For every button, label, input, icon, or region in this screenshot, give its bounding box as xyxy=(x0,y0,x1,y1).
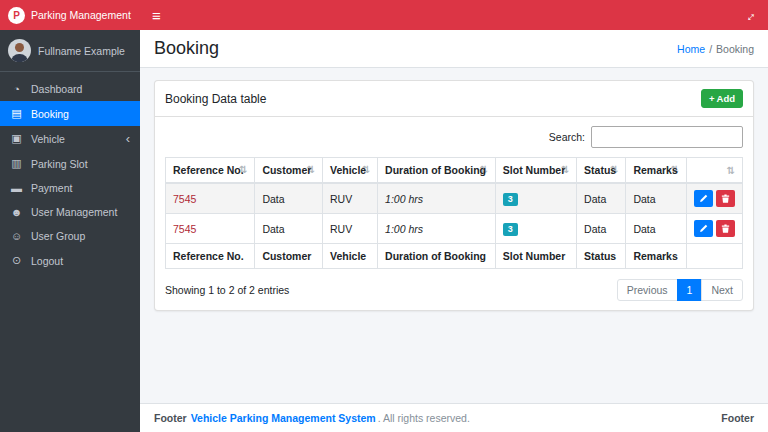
sidebar-nav: ◔ Dashboard ▤ Booking ▣ Vehicle ‹ ▥ Park… xyxy=(0,72,140,278)
parking-slot-icon: ▥ xyxy=(10,157,23,170)
cell-status: Data xyxy=(577,183,626,214)
sidebar-item-label: Booking xyxy=(31,108,69,120)
avatar xyxy=(8,39,31,62)
edit-button[interactable] xyxy=(694,190,713,207)
sidebar-item-dashboard[interactable]: ◔ Dashboard xyxy=(0,77,140,101)
delete-button[interactable] xyxy=(716,220,735,237)
footer-brand-link[interactable]: Vehicle Parking Management System xyxy=(191,412,376,424)
pencil-icon xyxy=(699,224,708,233)
user-management-icon: ☻ xyxy=(10,206,23,218)
sidebar-item-label: Vehicle xyxy=(31,133,65,145)
cell-slot: 3 xyxy=(495,183,576,214)
sidebar-item-user-group[interactable]: ☺ User Group xyxy=(0,224,140,248)
cell-actions xyxy=(686,183,742,214)
cell-slot: 3 xyxy=(495,214,576,244)
content-header: Booking Home/Booking xyxy=(140,30,768,68)
cell-vehicle: RUV xyxy=(322,214,377,244)
page-title: Booking xyxy=(154,38,219,59)
brand-link[interactable]: P Parking Management xyxy=(0,0,140,30)
sidebar-item-vehicle[interactable]: ▣ Vehicle ‹ xyxy=(0,126,140,151)
user-name: Fullname Example xyxy=(38,45,125,57)
sidebar-item-label: User Group xyxy=(31,230,85,242)
table-footer-row: Reference No. Customer Vehicle Duration … xyxy=(166,244,743,269)
table-header-row: ⇅Reference No. ⇅Customer ⇅Vehicle ⇅Durat… xyxy=(166,158,743,184)
footer-duration: Duration of Booking xyxy=(378,244,496,269)
sidebar-item-payment[interactable]: ▬ Payment xyxy=(0,176,140,200)
pagination: Previous 1 Next xyxy=(617,279,743,301)
topbar: ≡ ↔ xyxy=(140,0,768,30)
footer-remarks: Remarks xyxy=(626,244,687,269)
main-area: ≡ ↔ Booking Home/Booking Booking Data ta… xyxy=(140,0,768,432)
search-input[interactable] xyxy=(591,126,743,148)
edit-button[interactable] xyxy=(694,220,713,237)
cell-customer: Data xyxy=(255,183,323,214)
delete-button[interactable] xyxy=(716,190,735,207)
page-footer: Footer Vehicle Parking Management System… xyxy=(140,403,768,432)
footer-rights: . All rights reserved. xyxy=(378,412,470,424)
header-actions[interactable]: ⇅ xyxy=(686,158,742,184)
brand-title: Parking Management xyxy=(31,9,131,21)
cell-status: Data xyxy=(577,214,626,244)
header-customer[interactable]: ⇅Customer xyxy=(255,158,323,184)
header-remarks[interactable]: ⇅Remarks xyxy=(626,158,687,184)
logout-icon: ⊙ xyxy=(10,254,23,267)
cell-reference: 7545 xyxy=(166,183,255,214)
dashboard-icon: ◔ xyxy=(10,83,23,95)
header-status[interactable]: ⇅Status xyxy=(577,158,626,184)
sidebar-item-label: User Management xyxy=(31,206,117,218)
breadcrumb-current: Booking xyxy=(716,43,754,55)
entries-info: Showing 1 to 2 of 2 entries xyxy=(165,284,289,296)
header-reference[interactable]: ⇅Reference No. xyxy=(166,158,255,184)
cell-actions xyxy=(686,214,742,244)
header-duration[interactable]: ⇅Duration of Booking xyxy=(378,158,496,184)
sidebar-item-label: Dashboard xyxy=(31,83,82,95)
footer-actions xyxy=(686,244,742,269)
cell-customer: Data xyxy=(255,214,323,244)
add-button-label: Add xyxy=(717,93,735,104)
user-group-icon: ☺ xyxy=(10,230,23,242)
vehicle-icon: ▣ xyxy=(10,132,23,145)
footer-vehicle: Vehicle xyxy=(322,244,377,269)
page-1-button[interactable]: 1 xyxy=(677,279,703,301)
breadcrumb-separator: / xyxy=(709,43,712,55)
trash-icon xyxy=(721,194,730,203)
sidebar-item-label: Parking Slot xyxy=(31,158,88,170)
slot-badge: 3 xyxy=(503,223,518,236)
cell-remarks: Data xyxy=(626,183,687,214)
pencil-icon xyxy=(699,194,708,203)
breadcrumb: Home/Booking xyxy=(677,43,754,55)
table-row: 7545 Data RUV 1:00 hrs 3 Data Data xyxy=(166,214,743,244)
payment-icon: ▬ xyxy=(10,182,23,194)
chevron-left-icon: ‹ xyxy=(126,134,130,144)
user-panel[interactable]: Fullname Example xyxy=(0,30,140,72)
sidebar-item-user-management[interactable]: ☻ User Management xyxy=(0,200,140,224)
cell-duration: 1:00 hrs xyxy=(378,214,496,244)
booking-table: ⇅Reference No. ⇅Customer ⇅Vehicle ⇅Durat… xyxy=(165,157,743,269)
footer-right-label: Footer xyxy=(721,412,754,424)
sidebar-item-logout[interactable]: ⊙ Logout xyxy=(0,248,140,273)
table-row: 7545 Data RUV 1:00 hrs 3 Data Data xyxy=(166,183,743,214)
sidebar-item-parking-slot[interactable]: ▥ Parking Slot xyxy=(0,151,140,176)
footer-customer: Customer xyxy=(255,244,323,269)
hamburger-icon[interactable]: ≡ xyxy=(152,8,161,23)
previous-page-button[interactable]: Previous xyxy=(617,279,678,301)
add-button[interactable]: +Add xyxy=(701,89,743,108)
sort-icon: ⇅ xyxy=(727,165,735,176)
card-title: Booking Data table xyxy=(165,92,266,106)
card-body: Search: ⇅Reference No. ⇅Customer ⇅Vehicl… xyxy=(155,117,753,310)
fullscreen-icon[interactable]: ↔ xyxy=(740,6,758,24)
footer-slot: Slot Number xyxy=(495,244,576,269)
sidebar: P Parking Management Fullname Example ◔ … xyxy=(0,0,140,432)
header-slot[interactable]: ⇅Slot Number xyxy=(495,158,576,184)
footer-status: Status xyxy=(577,244,626,269)
booking-icon: ▤ xyxy=(10,107,23,120)
cell-reference: 7545 xyxy=(166,214,255,244)
app-window: P Parking Management Fullname Example ◔ … xyxy=(0,0,768,432)
sidebar-item-booking[interactable]: ▤ Booking xyxy=(0,101,140,126)
footer-label: Footer xyxy=(154,412,187,424)
card-header: Booking Data table +Add xyxy=(155,81,753,117)
breadcrumb-home-link[interactable]: Home xyxy=(677,43,705,55)
next-page-button[interactable]: Next xyxy=(701,279,743,301)
trash-icon xyxy=(721,224,730,233)
header-vehicle[interactable]: ⇅Vehicle xyxy=(322,158,377,184)
